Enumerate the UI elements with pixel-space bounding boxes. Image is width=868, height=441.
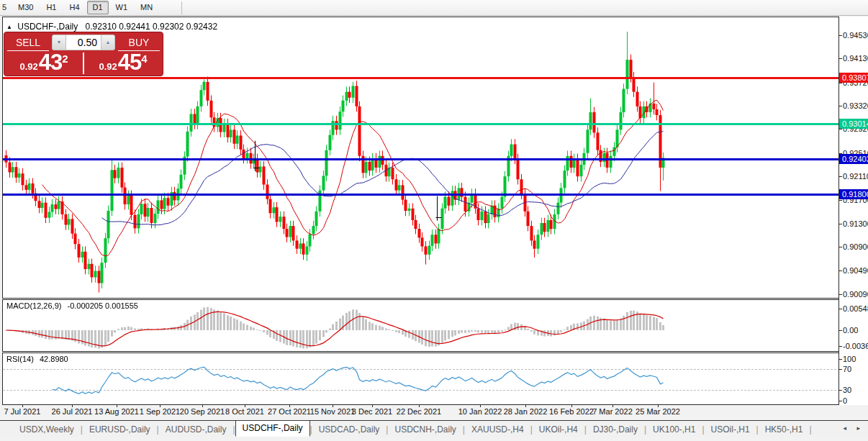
sell-price-prefix: 0.92 xyxy=(19,61,37,72)
volume-decrease-button[interactable]: ▼ xyxy=(53,35,65,50)
rsi-axis-label: 30 xyxy=(843,386,851,394)
date-label: 25 Mar 2022 xyxy=(636,407,680,416)
macd-values: -0.000205 0.001555 xyxy=(67,301,137,310)
timeframe-button-h1[interactable]: H1 xyxy=(40,1,62,14)
date-label: 22 Dec 2021 xyxy=(397,407,441,416)
macd-axis-label: 0.00 xyxy=(843,326,858,335)
price-axis-label: 0.90490 xyxy=(843,266,868,275)
rsi-value: 42.8980 xyxy=(40,355,68,363)
timeframe-toolbar: 5M30H1H4D1W1MN xyxy=(0,0,868,16)
tab-usdcnh-daily[interactable]: USDCNH-,Daily xyxy=(388,422,462,437)
price-axis-label-tick xyxy=(839,270,842,271)
macd-axis-label: -0.00364 xyxy=(843,342,868,350)
tab-scroll-right-icon[interactable]: ▸ xyxy=(856,424,864,432)
price-axis-label-tick xyxy=(839,247,842,247)
price-axis-label-tick xyxy=(839,106,842,106)
volume-input[interactable]: 0.50 xyxy=(65,35,101,50)
macd-label: MACD(12,26,9) xyxy=(6,301,61,310)
price-axis-label-tick xyxy=(839,200,842,201)
rsi-label: RSI(14) xyxy=(6,355,34,363)
timeframe-button-h4[interactable]: H4 xyxy=(63,1,85,14)
tab-ukoil-h4[interactable]: UKOil-,H4 xyxy=(533,422,584,437)
timeframe-button-5[interactable]: 5 xyxy=(1,1,11,14)
collapse-triangle-icon[interactable]: ▲ xyxy=(6,24,12,30)
rsi-axis-label: 0 xyxy=(843,396,847,405)
toolbar-separator xyxy=(181,1,182,14)
rsi-canvas[interactable] xyxy=(3,353,838,404)
price-axis-label: 0.93320 xyxy=(843,101,868,110)
volume-increase-button[interactable]: ▲ xyxy=(101,35,114,50)
macd-axis-label-tick xyxy=(839,346,842,347)
date-label: 15 Nov 2021 xyxy=(310,407,355,416)
price-axis-label-tick xyxy=(839,176,842,177)
price-axis-label: 0.94530 xyxy=(843,31,868,40)
tab-dj30-daily[interactable]: DJ30-,Daily xyxy=(587,422,644,437)
date-label: 8 Oct 2021 xyxy=(225,407,264,416)
rsi-pane xyxy=(2,353,839,405)
volume-spinner: ▼ 0.50 ▲ xyxy=(52,35,115,50)
timeframe-button-w1[interactable]: W1 xyxy=(110,1,134,14)
symbol-tab-bar: USDX,Weekly|EURUSD-,Daily|AUDUSD-,Daily|… xyxy=(0,420,868,437)
tab-usoil-h1[interactable]: USOil-,H1 xyxy=(705,422,756,437)
price-level-badge: 0.92403 xyxy=(839,154,868,164)
rsi-axis-label-tick xyxy=(839,401,842,401)
date-axis: 7 Jul 202126 Jul 202113 Aug 20211 Sep 20… xyxy=(3,405,838,417)
price-axis: 0.945300.941300.937200.933200.929200.925… xyxy=(838,17,868,405)
rsi-header: RSI(14) 42.8980 xyxy=(6,355,68,363)
price-axis-label-tick xyxy=(839,129,842,129)
timeframe-button-mn[interactable]: MN xyxy=(135,1,158,14)
date-label: 20 Sep 2021 xyxy=(180,407,225,416)
buy-price-big: 45 xyxy=(118,52,141,73)
macd-header: MACD(12,26,9) -0.000205 0.001555 xyxy=(6,301,138,310)
macd-axis-label-tick xyxy=(839,330,842,331)
tab-usdcad-daily[interactable]: USDCAD-,Daily xyxy=(312,422,386,437)
date-label: 28 Jan 2022 xyxy=(504,407,548,416)
price-axis-label-tick xyxy=(839,224,842,224)
date-label: 1 Sep 2021 xyxy=(140,407,180,416)
price-axis-label: 0.94130 xyxy=(843,54,868,63)
date-label: 26 Jul 2021 xyxy=(52,407,93,416)
date-label: 3 Dec 2021 xyxy=(352,407,392,416)
tab-audusd-daily[interactable]: AUDUSD-,Daily xyxy=(159,422,233,437)
rsi-axis-label-tick xyxy=(839,390,842,391)
buy-button[interactable]: BUY xyxy=(118,35,160,50)
price-axis-label: 0.92110 xyxy=(843,172,868,181)
price-axis-label: 0.91300 xyxy=(843,219,868,228)
sell-button[interactable]: SELL xyxy=(7,35,49,50)
tab-xauusd-h4[interactable]: XAUUSD-,H4 xyxy=(465,422,530,437)
price-axis-label: 0.90900 xyxy=(843,242,868,251)
rsi-axis-label-tick xyxy=(839,359,842,360)
tab-scroll-left-icon[interactable]: ◂ xyxy=(843,424,851,432)
date-label: 16 Feb 2022 xyxy=(549,407,594,416)
price-level-badge: 0.91800 xyxy=(839,189,868,199)
date-label: 13 Aug 2021 xyxy=(94,407,139,416)
tab-uk100-h1[interactable]: UK100-,H1 xyxy=(646,422,702,437)
macd-axis-label: 0.005489 xyxy=(843,304,868,313)
rsi-axis-label: 100 xyxy=(843,355,856,363)
price-axis-label-tick xyxy=(839,35,842,36)
timeframe-button-m30[interactable]: M30 xyxy=(12,1,39,14)
tab-eurusd-daily[interactable]: EURUSD-,Daily xyxy=(83,422,157,437)
price-level-badge: 0.93807 xyxy=(839,73,868,83)
buy-price-prefix: 0.92 xyxy=(99,61,117,72)
tab-usdchf-daily[interactable]: USDCHF-,Daily xyxy=(235,420,310,437)
chart-symbol-title: USDCHF-,Daily xyxy=(17,22,78,32)
tab-usdx-weekly[interactable]: USDX,Weekly xyxy=(13,422,81,437)
buy-price[interactable]: 0.92 45 4 xyxy=(85,52,161,74)
sell-price-sup: 2 xyxy=(62,53,68,65)
chart-ohlc-values: 0.92310 0.92441 0.92302 0.92432 xyxy=(86,22,218,32)
date-label: 7 Jul 2021 xyxy=(4,407,41,416)
tab-separator: | xyxy=(809,422,811,437)
buy-price-sup: 4 xyxy=(141,53,147,65)
tab-hk50-h1[interactable]: HK50-,H1 xyxy=(759,422,810,437)
sell-price[interactable]: 0.92 43 2 xyxy=(6,52,82,74)
chart-title-bar: ▲ USDCHF-,Daily 0.92310 0.92441 0.92302 … xyxy=(6,22,217,32)
date-label: 7 Mar 2022 xyxy=(592,407,633,416)
price-axis-label-tick xyxy=(839,294,842,295)
sell-price-big: 43 xyxy=(39,52,62,73)
timeframe-button-d1[interactable]: D1 xyxy=(87,1,109,14)
price-axis-label-tick xyxy=(839,58,842,59)
tab-scroll-arrows: ◂ ▸ xyxy=(843,424,864,432)
price-level-badge: 0.93014 xyxy=(839,119,868,129)
rsi-axis-label-tick xyxy=(839,369,842,370)
